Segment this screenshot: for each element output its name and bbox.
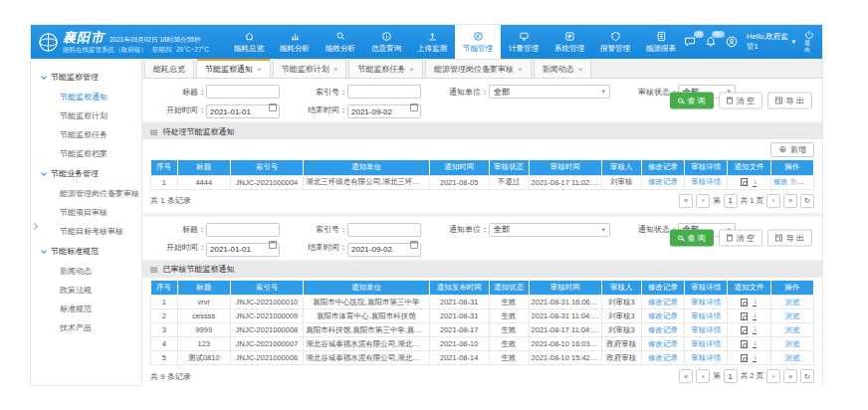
prev-page-button[interactable]: ‹ (696, 369, 710, 383)
tab-inspection-notice[interactable]: 节能监察通知× (196, 59, 271, 78)
notify-unit-select[interactable]: 全部▾ (489, 223, 610, 237)
notifications-button[interactable]: 99+ (705, 36, 717, 48)
first-page-button[interactable]: « (679, 369, 693, 383)
file-icon[interactable] (741, 312, 748, 320)
search-button[interactable]: 查 询 (670, 92, 713, 108)
edit-record-link[interactable]: 修改记录 (648, 339, 678, 348)
last-page-button[interactable]: » (783, 369, 797, 383)
file-icon[interactable] (741, 299, 748, 307)
close-icon[interactable]: × (409, 65, 414, 74)
clear-button[interactable]: 清 空 (719, 230, 762, 247)
close-icon[interactable]: × (333, 65, 338, 74)
edit-link[interactable]: 修改 (773, 177, 788, 186)
audit-detail-link[interactable]: 审核详情 (691, 177, 721, 186)
tab-inspection-task[interactable]: 节能监察任务× (348, 59, 423, 78)
first-page-button[interactable]: « (679, 194, 693, 208)
user-greeting-dropdown[interactable]: Hello,政府监管1 ▾ (747, 32, 795, 52)
sidebar-item-inspection-archive[interactable]: 节能监察档案 (31, 144, 141, 163)
profile-button[interactable] (726, 36, 738, 48)
download-icon[interactable]: ↓ (753, 325, 757, 334)
download-icon[interactable]: ↓ (753, 178, 757, 187)
file-icon[interactable] (741, 326, 748, 334)
sidebar-group-supervision[interactable]: 节能监察管理 (31, 67, 141, 88)
end-date-input[interactable] (347, 243, 421, 257)
edit-record-link[interactable]: 修改记录 (648, 177, 678, 186)
edit-record-link[interactable]: 修改记录 (648, 311, 678, 320)
file-icon[interactable] (741, 354, 748, 362)
sidebar-group-standards[interactable]: 节能标准规范 (31, 241, 141, 262)
nav-item-energy-overview[interactable]: 能耗总览 (226, 25, 272, 59)
refresh-button[interactable]: ↻ (800, 194, 814, 208)
messages-button[interactable]: 29 (684, 36, 696, 48)
view-link[interactable]: 浏览 (784, 311, 799, 320)
nav-item-energy-analysis[interactable]: 能耗分析 (272, 25, 318, 59)
download-icon[interactable]: ↓ (753, 339, 757, 348)
tab-energy-overview[interactable]: 能耗总览 (144, 59, 194, 78)
close-icon[interactable]: × (518, 65, 523, 74)
refresh-button[interactable]: ↻ (800, 369, 814, 383)
nav-item-efficiency-analysis[interactable]: 能效分析 (318, 25, 363, 59)
audit-detail-link[interactable]: 审核详情 (691, 353, 721, 362)
nav-item-energy-report[interactable]: 能源报表 (638, 25, 684, 59)
index-input[interactable] (347, 223, 421, 237)
clear-button[interactable]: 清 空 (719, 92, 762, 108)
sidebar-item-policies[interactable]: 政策法规 (31, 281, 141, 300)
export-button[interactable]: 导 出 (767, 230, 812, 247)
view-link[interactable]: 浏览 (784, 353, 799, 362)
audit-detail-link[interactable]: 审核详情 (691, 339, 721, 348)
audit-detail-link[interactable]: 审核详情 (691, 298, 721, 307)
title-input[interactable] (206, 85, 280, 99)
download-icon[interactable]: ↓ (753, 298, 757, 307)
start-date-input[interactable] (206, 243, 280, 257)
sidebar-item-standards[interactable]: 标准规范 (31, 300, 141, 318)
next-page-button[interactable]: › (766, 369, 780, 383)
add-button[interactable]: ⊕新增 (770, 142, 814, 157)
edit-record-link[interactable]: 修改记录 (648, 298, 678, 307)
view-link[interactable]: 浏览 (784, 325, 799, 334)
sidebar-item-inspection-notice[interactable]: 节能监察通知 (31, 88, 141, 106)
tab-inspection-plan[interactable]: 节能监察计划× (273, 59, 347, 78)
title-input[interactable] (206, 223, 280, 237)
edit-record-link[interactable]: 修改记录 (648, 353, 678, 362)
view-link[interactable]: 浏览 (784, 339, 799, 348)
sidebar-item-tech-products[interactable]: 技术产品 (31, 318, 141, 337)
logout-button[interactable]: 退出 (804, 30, 814, 53)
file-icon[interactable] (741, 178, 748, 186)
page-number-box[interactable]: 1 (724, 194, 738, 208)
notify-unit-select[interactable]: 全部▾ (489, 85, 610, 99)
sidebar-item-inspection-plan[interactable]: 节能监察计划 (31, 106, 141, 125)
sidebar-collapse-handle[interactable] (32, 224, 37, 229)
sidebar-item-news[interactable]: 新闻动态 (31, 262, 141, 281)
search-button[interactable]: 查 询 (670, 230, 713, 247)
end-date-input[interactable] (347, 104, 421, 118)
nav-item-system-mgmt[interactable]: 系统管理 (546, 25, 592, 59)
sidebar-item-inspection-task[interactable]: 节能监察任务 (31, 125, 141, 144)
prev-page-button[interactable]: ‹ (696, 194, 710, 208)
edit-record-link[interactable]: 修改记录 (648, 325, 678, 334)
index-input[interactable] (347, 85, 421, 99)
close-icon[interactable]: × (578, 65, 583, 74)
audit-detail-link[interactable]: 审核详情 (691, 311, 721, 320)
nav-item-energy-saving-mgmt[interactable]: 节能管理 (455, 25, 501, 59)
next-page-button[interactable]: › (766, 194, 780, 208)
nav-item-info-query[interactable]: 信息查询 (363, 25, 409, 59)
tab-post-record-audit[interactable]: 能源管理岗位备案审核× (425, 59, 532, 78)
nav-item-upload-monitor[interactable]: 上传监测 (409, 25, 455, 59)
audit-detail-link[interactable]: 审核详情 (691, 325, 721, 334)
nav-item-alarm-mgmt[interactable]: 报警管理 (592, 25, 638, 59)
download-icon[interactable]: ↓ (753, 311, 757, 320)
start-date-input[interactable] (206, 104, 280, 118)
download-icon[interactable]: ↓ (753, 353, 757, 362)
sidebar-group-business[interactable]: 节能业务管理 (31, 163, 141, 184)
view-link[interactable]: 浏览 (807, 177, 814, 186)
page-number-box[interactable]: 1 (724, 369, 738, 383)
sidebar-item-project-audit[interactable]: 节能项目审核 (31, 203, 141, 222)
tab-news[interactable]: 新闻动态× (534, 59, 592, 78)
nav-item-metering-mgmt[interactable]: 计量管理 (501, 25, 546, 59)
close-icon[interactable]: × (257, 65, 262, 74)
last-page-button[interactable]: » (783, 194, 797, 208)
export-button[interactable]: 导 出 (767, 92, 812, 108)
view-link[interactable]: 浏览 (784, 298, 799, 307)
file-icon[interactable] (741, 340, 748, 348)
delete-link[interactable]: 删除 (790, 177, 805, 186)
